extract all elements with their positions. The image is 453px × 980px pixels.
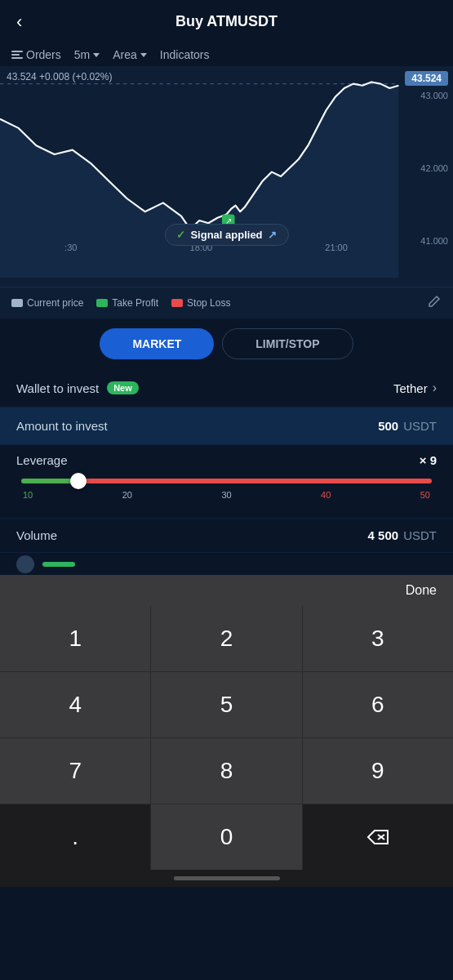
- wallet-chevron-icon: ›: [433, 381, 437, 395]
- key-1[interactable]: 1: [0, 606, 150, 671]
- volume-unit: USDT: [403, 528, 437, 542]
- take-profit-legend-label: Take Profit: [112, 297, 158, 309]
- amount-value: 500: [378, 419, 398, 433]
- signal-check-icon: ✓: [176, 229, 185, 241]
- volume-label: Volume: [16, 528, 57, 542]
- area-chevron-icon: [140, 53, 147, 57]
- tick-40: 40: [321, 490, 331, 500]
- key-9[interactable]: 9: [303, 738, 453, 804]
- partial-row: [0, 552, 453, 575]
- volume-value: 4 500: [368, 528, 399, 542]
- numeric-keyboard: 1 2 3 4 5 6 7 8 9 . 0: [0, 606, 453, 870]
- slider-track: [21, 479, 432, 483]
- amount-row[interactable]: Amount to invest 500 USDT: [0, 408, 453, 445]
- page-title: Buy ATMUSDT: [175, 13, 278, 30]
- home-bar: [174, 876, 280, 880]
- key-backspace[interactable]: [303, 804, 453, 870]
- tick-30: 30: [221, 490, 231, 500]
- key-3[interactable]: 3: [303, 606, 453, 671]
- form-section: Wallet to invest New Tether › Amount to …: [0, 369, 453, 575]
- area-button[interactable]: Area: [113, 48, 147, 61]
- indicators-button[interactable]: Indicators: [160, 48, 210, 61]
- leverage-label: Leverage: [16, 453, 68, 467]
- tick-20: 20: [122, 490, 132, 500]
- key-dot[interactable]: .: [0, 804, 150, 870]
- key-7[interactable]: 7: [0, 738, 150, 804]
- stop-loss-legend-label: Stop Loss: [187, 297, 230, 309]
- timeframe-label: 5m: [74, 48, 90, 61]
- key-5[interactable]: 5: [151, 672, 301, 737]
- x-label-3: 21:00: [325, 243, 348, 252]
- key-2[interactable]: 2: [151, 606, 301, 671]
- signal-arrow-icon: ↗: [268, 229, 277, 241]
- slider-ticks: 10 20 30 40 50: [21, 490, 432, 500]
- wallet-row[interactable]: Wallet to invest New Tether ›: [0, 369, 453, 408]
- volume-row: Volume 4 500 USDT: [0, 518, 453, 552]
- wallet-value: Tether: [393, 381, 428, 395]
- indicators-label: Indicators: [160, 48, 210, 61]
- volume-value-row: 4 500 USDT: [368, 528, 437, 542]
- amount-unit: USDT: [403, 419, 437, 433]
- leverage-section: Leverage × 9 10 20 30 40 50: [0, 445, 453, 518]
- stop-loss-dot: [171, 299, 183, 307]
- current-price-badge: 43.524: [405, 71, 448, 86]
- backspace-icon: [366, 829, 389, 845]
- signal-badge[interactable]: ✓ Signal applied ↗: [164, 224, 288, 246]
- partial-green-bar: [42, 562, 75, 567]
- x-label-1: :30: [64, 243, 77, 252]
- y-label-2: 42.000: [420, 163, 448, 173]
- price-info-label: 43.524 +0.008 (+0.02%): [7, 71, 112, 82]
- timeframe-chevron-icon: [93, 53, 100, 57]
- key-0[interactable]: 0: [151, 804, 301, 870]
- edit-icon[interactable]: [427, 294, 442, 312]
- keyboard-header: Done: [0, 575, 453, 606]
- amount-label: Amount to invest: [16, 419, 108, 433]
- timeframe-button[interactable]: 5m: [74, 48, 100, 61]
- leverage-row: Leverage × 9: [16, 453, 437, 467]
- y-axis: 43.000 42.000 41.000: [420, 91, 448, 246]
- order-type-row: MARKET LIMIT/STOP: [0, 318, 453, 369]
- home-indicator: [0, 870, 453, 887]
- key-8[interactable]: 8: [151, 738, 301, 804]
- chart-container: 43.524 +0.008 (+0.02%) 43.524 ↗ 43.000 4…: [0, 66, 453, 287]
- tick-50: 50: [420, 490, 430, 500]
- chart-toolbar: Orders 5m Area Indicators: [0, 43, 453, 66]
- current-price-dot: [11, 299, 23, 307]
- take-profit-dot: [96, 299, 108, 307]
- orders-label: Orders: [26, 48, 61, 61]
- header: ‹ Buy ATMUSDT: [0, 0, 453, 43]
- price-chart: ↗: [0, 66, 453, 287]
- legend-take-profit: Take Profit: [96, 297, 158, 309]
- back-button[interactable]: ‹: [16, 11, 22, 33]
- amount-value-row: 500 USDT: [378, 419, 437, 433]
- market-button[interactable]: MARKET: [100, 328, 214, 359]
- y-label-1: 43.000: [420, 91, 448, 100]
- leverage-value: × 9: [420, 453, 437, 467]
- tick-10: 10: [23, 490, 33, 500]
- orders-icon: [11, 51, 23, 59]
- partial-icon: [16, 555, 34, 573]
- legend-current-price: Current price: [11, 297, 83, 309]
- limit-stop-button[interactable]: LIMIT/STOP: [222, 328, 353, 359]
- y-label-3: 41.000: [420, 236, 448, 246]
- wallet-label: Wallet to invest: [16, 381, 99, 395]
- leverage-slider[interactable]: 10 20 30 40 50: [16, 479, 437, 500]
- key-4[interactable]: 4: [0, 672, 150, 737]
- legend-stop-loss: Stop Loss: [171, 297, 230, 309]
- key-6[interactable]: 6: [303, 672, 453, 737]
- done-button[interactable]: Done: [406, 583, 437, 598]
- chart-legend: Current price Take Profit Stop Loss: [0, 287, 453, 318]
- signal-label: Signal applied: [190, 229, 262, 241]
- area-label: Area: [113, 48, 137, 61]
- new-badge: New: [107, 381, 139, 394]
- orders-button[interactable]: Orders: [11, 48, 61, 61]
- wallet-value-row: Tether ›: [393, 381, 437, 395]
- slider-thumb[interactable]: [70, 473, 87, 489]
- current-price-legend-label: Current price: [27, 297, 83, 309]
